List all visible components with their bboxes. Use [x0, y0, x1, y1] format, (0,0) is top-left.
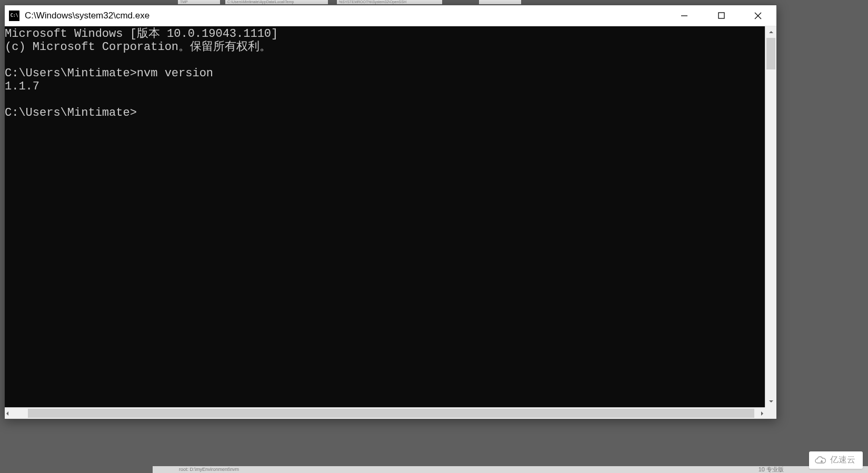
cmd-icon: C:\	[9, 11, 19, 21]
scroll-h-track[interactable]	[10, 408, 760, 419]
client-area: Microsoft Windows [版本 10.0.19043.1110] (…	[5, 26, 776, 407]
chevron-right-icon	[760, 411, 765, 416]
cmd-window: C:\ C:\Windows\system32\cmd.exe Microsof…	[4, 5, 777, 419]
svg-point-4	[821, 460, 823, 461]
bg-tab: C:\Users\Mintimate\AppData\Local\Temp	[225, 0, 328, 4]
vertical-scrollbar[interactable]	[765, 26, 776, 407]
scroll-right-button[interactable]	[760, 408, 765, 419]
bottom-scroll-row	[5, 407, 776, 419]
bg-tab: TMP	[178, 0, 220, 4]
scroll-h-thumb[interactable]	[28, 409, 754, 418]
scroll-corner	[765, 407, 776, 419]
chevron-left-icon	[5, 411, 10, 416]
chevron-up-icon	[769, 29, 774, 35]
maximize-button[interactable]	[703, 5, 740, 26]
bg-tab: %SYSTEMROOT%\System32\OpenSSH	[337, 0, 442, 4]
terminal-output[interactable]: Microsoft Windows [版本 10.0.19043.1110] (…	[5, 26, 765, 407]
close-button[interactable]	[740, 5, 776, 26]
chevron-down-icon	[769, 399, 774, 404]
cloud-icon	[814, 456, 826, 465]
scroll-thumb[interactable]	[766, 38, 775, 69]
scroll-up-button[interactable]	[765, 26, 776, 38]
maximize-icon	[718, 12, 725, 19]
close-icon	[754, 12, 762, 19]
window-controls	[666, 5, 776, 26]
scroll-left-button[interactable]	[5, 408, 10, 419]
cmd-icon-label: C:\	[11, 13, 18, 18]
watermark-label: 亿速云	[830, 455, 855, 466]
bg-bottom-right-text: 10 专业版	[759, 466, 784, 473]
minimize-button[interactable]	[666, 5, 703, 26]
scroll-down-button[interactable]	[765, 396, 776, 407]
minimize-icon	[681, 12, 688, 19]
horizontal-scrollbar[interactable]	[5, 407, 765, 419]
window-title: C:\Windows\system32\cmd.exe	[25, 11, 149, 21]
scroll-track[interactable]	[765, 38, 776, 396]
titlebar[interactable]: C:\ C:\Windows\system32\cmd.exe	[5, 5, 776, 26]
bg-tab	[479, 0, 521, 4]
svg-rect-1	[719, 13, 724, 18]
watermark-badge: 亿速云	[809, 451, 863, 469]
